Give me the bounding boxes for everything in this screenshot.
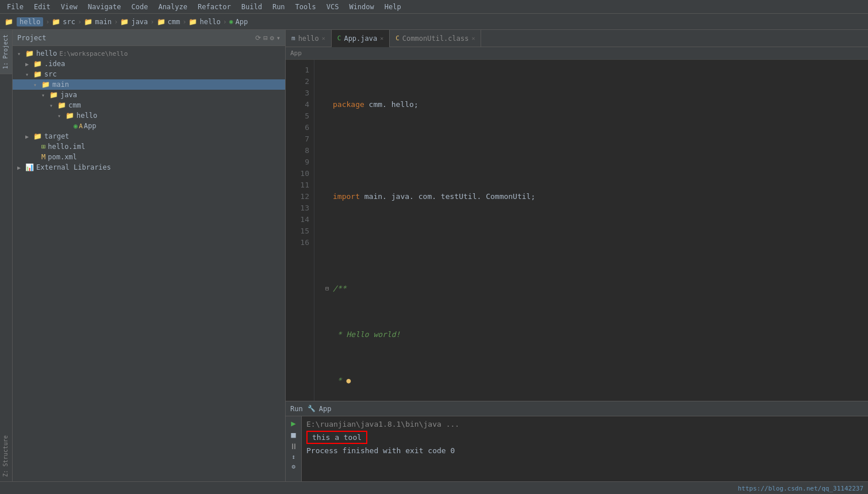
chevron-down-icon[interactable]: ▾: [276, 34, 281, 42]
run-start-button[interactable]: ▶: [291, 419, 295, 428]
breadcrumb: 📁 hello › 📁 src › 📁 main › 📁 java › 📁 cm…: [0, 14, 868, 30]
tree-label: hello: [36, 49, 57, 58]
tree-item-pom[interactable]: ▶ M pom.xml: [13, 152, 285, 162]
tree-item-hello-iml[interactable]: ▶ ⊞ hello.iml: [13, 141, 285, 152]
run-panel-toolbar: ▶ ■ ⏸ ↕ ⚙: [286, 416, 302, 481]
file-tree: ▾ 📁 hello E:\workspace\hello ▶ 📁 .idea ▾…: [13, 46, 285, 481]
menu-build[interactable]: Build: [237, 2, 267, 12]
breadcrumb-src[interactable]: src: [63, 18, 75, 26]
collapse-icon[interactable]: ⊟: [263, 34, 267, 42]
tree-item-src[interactable]: ▾ 📁 src: [13, 69, 285, 79]
tree-item-java[interactable]: ▾ 📁 java: [13, 90, 285, 100]
class-icon: ◉: [74, 122, 78, 130]
tree-item-ext-libs[interactable]: ▶ 📊 External Libraries: [13, 162, 285, 173]
menu-refactor[interactable]: Refactor: [193, 2, 236, 12]
run-pause-button[interactable]: ⏸: [290, 442, 298, 451]
tree-item-main[interactable]: ▾ 📁 main: [13, 79, 285, 90]
run-cmd-line: E:\ruanjian\java1.8.1\bin\java ...: [306, 420, 863, 428]
tree-label: hello: [76, 112, 97, 120]
fold-icon[interactable]: ⊟: [325, 283, 329, 294]
menu-edit[interactable]: Edit: [29, 2, 55, 12]
expand-arrow: ▶: [17, 164, 25, 171]
folder-icon: 📁: [33, 70, 42, 78]
tree-label: java: [60, 91, 77, 99]
tree-label: cmm: [68, 101, 81, 109]
folder-icon: 📁: [33, 60, 42, 68]
run-settings-button[interactable]: ⚙: [291, 463, 295, 470]
code-line-1: package cmm. hello;: [321, 99, 861, 110]
menu-bar: File Edit View Navigate Code Analyze Ref…: [0, 0, 868, 14]
breadcrumb-cmm[interactable]: cmm: [168, 18, 180, 26]
expand-arrow: ▾: [57, 113, 66, 119]
tree-item-target[interactable]: ▶ 📁 target: [13, 131, 285, 141]
sync-icon[interactable]: ⟳: [255, 34, 261, 42]
expand-arrow: ▾: [41, 92, 49, 98]
menu-analyze[interactable]: Analyze: [153, 2, 192, 12]
iml-icon: ⊞: [41, 143, 45, 151]
close-tab-commonutil[interactable]: ✕: [471, 35, 475, 41]
expand-arrow: ▾: [25, 71, 33, 78]
left-panel-tabs: 1: Project Z: Structure: [0, 30, 13, 481]
run-app-name: App: [319, 405, 332, 413]
folder-blue-icon: 📁: [41, 81, 50, 89]
editor-breadcrumb: App: [286, 47, 868, 60]
run-exit-line: Process finished with exit code 0: [306, 446, 863, 455]
code-content[interactable]: package cmm. hello; import main. java. c…: [314, 60, 868, 401]
menu-window[interactable]: Window: [344, 2, 378, 12]
run-panel-content: ▶ ■ ⏸ ↕ ⚙ E:\ruanjian\java1.8.1\bin\java…: [286, 416, 868, 481]
close-tab-app[interactable]: ✕: [380, 35, 383, 41]
settings-icon[interactable]: ⚙: [270, 34, 274, 42]
menu-view[interactable]: View: [56, 2, 82, 12]
xml-icon: M: [41, 153, 45, 161]
menu-navigate[interactable]: Navigate: [83, 2, 126, 12]
menu-run[interactable]: Run: [268, 2, 290, 12]
breadcrumb-hello[interactable]: hello: [17, 17, 43, 26]
tree-item-hello-sub[interactable]: ▾ 📁 hello: [13, 110, 285, 121]
tree-item-cmm[interactable]: ▾ 📁 cmm: [13, 100, 285, 110]
tab-structure[interactable]: Z: Structure: [0, 431, 12, 481]
tree-label: target: [44, 132, 69, 140]
run-highlighted-output: this a tool: [306, 430, 863, 445]
editor-area: m hello ✕ C App.java ✕ C CommonUtil.clas…: [286, 30, 868, 481]
expand-arrow: ▾: [17, 51, 25, 57]
breadcrumb-java[interactable]: java: [131, 18, 148, 26]
menu-file[interactable]: File: [2, 2, 28, 12]
folder-icon: 📁: [57, 101, 66, 109]
run-tab[interactable]: Run: [290, 405, 303, 413]
menu-vcs[interactable]: VCS: [322, 2, 344, 12]
folder-icon: 📁: [66, 112, 74, 120]
tree-label: hello.iml: [48, 143, 85, 151]
project-panel-title: Project: [17, 34, 47, 42]
tree-path: E:\workspace\hello: [59, 50, 128, 58]
tab-project[interactable]: 1: Project: [0, 30, 12, 74]
tree-item-hello[interactable]: ▾ 📁 hello E:\workspace\hello: [13, 48, 285, 59]
menu-help[interactable]: Help: [380, 2, 406, 12]
status-url[interactable]: https://blog.csdn.net/qq_31142237: [738, 484, 863, 492]
libs-icon: 📊: [25, 163, 34, 171]
run-app-icon: 🔧: [308, 405, 316, 412]
tree-label: .idea: [44, 60, 65, 68]
tab-hello[interactable]: m hello ✕: [286, 30, 332, 47]
tree-item-idea[interactable]: ▶ 📁 .idea: [13, 59, 285, 69]
breadcrumb-main[interactable]: main: [95, 18, 112, 26]
menu-tools[interactable]: Tools: [291, 2, 321, 12]
breadcrumb-app[interactable]: App: [235, 18, 248, 26]
editor-bread-app: App: [290, 49, 302, 57]
tab-commonutil[interactable]: C CommonUtil.class ✕: [390, 30, 481, 47]
close-tab-hello[interactable]: ✕: [322, 35, 325, 41]
menu-code[interactable]: Code: [127, 2, 153, 12]
code-line-5: ⊟ /**: [321, 283, 861, 294]
run-stop-button[interactable]: ■: [291, 430, 295, 439]
tab-app-java[interactable]: C App.java ✕: [332, 30, 390, 47]
code-editor[interactable]: 1 2 3 4 5 6 7 8 9 10 11 12 13 14 15 16: [286, 60, 868, 401]
breadcrumb-hello2[interactable]: hello: [199, 18, 220, 26]
project-panel: Project ⟳ ⊟ ⚙ ▾ ▾ 📁 hello E:\workspace\h…: [13, 30, 286, 481]
run-scroll-button[interactable]: ↕: [291, 453, 295, 461]
project-toolbar: ⟳ ⊟ ⚙ ▾: [255, 34, 281, 42]
m-icon: m: [291, 35, 295, 42]
tree-label: External Libraries: [36, 163, 111, 171]
editor-tabs: m hello ✕ C App.java ✕ C CommonUtil.clas…: [286, 30, 868, 47]
annotation-icon: A: [79, 122, 83, 130]
project-panel-header: Project ⟳ ⊟ ⚙ ▾: [13, 30, 285, 46]
tree-item-app[interactable]: ▶ ◉ A App: [13, 121, 285, 131]
